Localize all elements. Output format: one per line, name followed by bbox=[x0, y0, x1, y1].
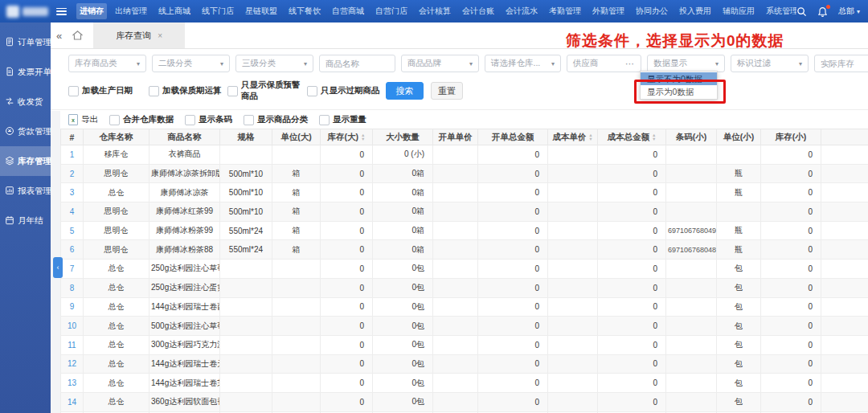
table-cell: 包 bbox=[717, 354, 761, 374]
toolbar-checkbox-1[interactable]: 合并仓库数据 bbox=[109, 114, 174, 125]
tab-inventory-query[interactable]: 库存查询 × bbox=[93, 22, 185, 48]
search-icon[interactable] bbox=[796, 6, 807, 17]
nav-item-10[interactable]: 会计台账 bbox=[459, 3, 497, 19]
filter-checkbox-2[interactable]: 加载保质期运算 bbox=[149, 85, 227, 96]
dropdown-option-2[interactable]: 显示为0数据 bbox=[641, 85, 717, 98]
table-row[interactable]: 5思明仓康师傅冰粉茶99550ml*24箱00箱006971067680499瓶… bbox=[61, 221, 868, 240]
column-header[interactable]: 成本总金额▲▼ bbox=[598, 129, 666, 145]
filter-data-display-select[interactable]: 数据显示▾ bbox=[647, 55, 725, 72]
nav-item-16[interactable]: 辅助应用 bbox=[719, 3, 758, 19]
collapse-tabs-icon[interactable]: « bbox=[56, 30, 62, 42]
table-cell: 0 bbox=[598, 317, 666, 336]
filter-warehouse-select[interactable]: 请选择仓库...▾ bbox=[485, 55, 561, 72]
table-cell: 思明仓 bbox=[84, 221, 149, 240]
chevron-down-icon: ▾ bbox=[220, 60, 223, 67]
order-icon bbox=[5, 37, 14, 48]
nav-item-17[interactable]: 系统管理 bbox=[763, 3, 796, 19]
table-cell bbox=[433, 335, 478, 354]
column-header[interactable]: 库存(大)▲▼ bbox=[321, 129, 373, 145]
home-icon[interactable] bbox=[72, 30, 84, 41]
sort-icon[interactable]: ▲▼ bbox=[588, 133, 592, 141]
nav-item-14[interactable]: 协同办公 bbox=[633, 3, 671, 19]
table-cell bbox=[666, 278, 717, 297]
nav-item-4[interactable]: 线下门店 bbox=[199, 3, 237, 19]
table-cell bbox=[272, 145, 321, 165]
table-row[interactable]: 12总仓144g达利园瑞士卷元气…00包00包0 bbox=[61, 354, 868, 374]
table-row[interactable]: 1移库仓衣裤商品00 (小)000 bbox=[61, 145, 868, 165]
nav-item-12[interactable]: 考勤管理 bbox=[546, 3, 584, 19]
filter-supplier-select[interactable]: 供应商⋯ bbox=[567, 55, 641, 72]
filter-brand-select[interactable]: 商品品牌▾ bbox=[401, 55, 479, 72]
table-cell: 500ml*10 bbox=[220, 183, 272, 202]
nav-item-8[interactable]: 自营门店 bbox=[372, 3, 411, 19]
table-cell bbox=[548, 317, 598, 336]
toolbar-checkbox-2[interactable]: 显示条码 bbox=[185, 114, 232, 125]
org-selector[interactable]: 总部 ▾ bbox=[838, 6, 860, 17]
table-row[interactable]: 6思明仓康师傅冰粉茶88550ml*24箱00箱006971067680488瓶… bbox=[61, 240, 868, 260]
table-row[interactable]: 8总仓250g达利园注心蛋黄派00包00包0 bbox=[61, 278, 868, 297]
table-cell bbox=[272, 354, 321, 374]
table-cell bbox=[821, 145, 868, 165]
export-button[interactable]: x 导出 bbox=[68, 114, 98, 125]
table-cell: 0 bbox=[761, 202, 821, 222]
nav-item-15[interactable]: 投入费用 bbox=[676, 3, 714, 19]
toolbar-checkbox-4[interactable]: 显示重量 bbox=[319, 114, 366, 125]
table-row[interactable]: 3总仓康师傅冰凉茶500ml*10箱00箱00瓶0 bbox=[61, 183, 868, 202]
dropdown-option-1[interactable]: 显示不为0数据 bbox=[641, 72, 717, 85]
table-row[interactable]: 7总仓250g达利园注心草莓派00包00包0 bbox=[61, 260, 868, 279]
nav-item-13[interactable]: 外勤管理 bbox=[589, 3, 628, 19]
filter-category-select[interactable]: 库存商品类▾ bbox=[68, 55, 146, 72]
table-cell bbox=[548, 221, 598, 240]
table-cell: 包 bbox=[717, 260, 761, 279]
filter-row-1: 库存商品类▾二级分类▾三级分类▾商品品牌▾请选择仓库...▾供应商⋯数据显示▾标… bbox=[68, 55, 868, 72]
table-cell bbox=[666, 297, 717, 317]
tab-close-icon[interactable]: × bbox=[158, 31, 162, 40]
nav-item-5[interactable]: 星链联盟 bbox=[242, 3, 280, 19]
filter-subcategory-3-select[interactable]: 三级分类▾ bbox=[235, 55, 313, 72]
nav-item-7[interactable]: 自营商城 bbox=[329, 3, 367, 19]
toolbar-checkbox-3[interactable]: 显示商品分类 bbox=[244, 114, 308, 125]
sidebar-item-6[interactable]: 报表管理 bbox=[0, 176, 51, 206]
sidebar-item-2[interactable]: 发票开单 bbox=[0, 57, 51, 87]
menu-toggle-icon[interactable] bbox=[56, 8, 67, 15]
nav-item-3[interactable]: 线上商城 bbox=[155, 3, 194, 19]
table-row[interactable]: 11总仓300g达利园巧克力派00包00包0 bbox=[61, 335, 868, 354]
sidebar-item-4[interactable]: 货款管理 bbox=[0, 117, 51, 146]
sidebar-item-7[interactable]: 月年结 bbox=[0, 206, 51, 235]
table-row[interactable]: 9总仓144g达利园瑞士卷西柚…00包00包0 bbox=[61, 297, 868, 317]
column-header[interactable]: 成本单价▲▼ bbox=[548, 129, 598, 145]
filter-product-name-input[interactable] bbox=[319, 55, 395, 72]
table-row[interactable]: 14总仓360g达利园软面包香橙味00包00包0 bbox=[61, 392, 868, 411]
sort-icon[interactable]: ▲▼ bbox=[361, 133, 365, 141]
sort-icon[interactable]: ▲▼ bbox=[652, 133, 656, 141]
chevron-down-icon: ▾ bbox=[137, 60, 140, 67]
table-row[interactable]: 2思明仓康师傅冰凉茶拆卸版500ml*10箱00箱00瓶0 bbox=[61, 164, 868, 183]
nav-item-9[interactable]: 会计核算 bbox=[416, 3, 454, 19]
table-row[interactable]: 13总仓144g达利园瑞士卷芝士…00包00包0 bbox=[61, 374, 868, 393]
filter-checkbox-3[interactable]: 只显示保质预警商品 bbox=[227, 80, 307, 102]
nav-item-6[interactable]: 线下餐饮 bbox=[285, 3, 324, 19]
checkbox-label: 只显示保质预警商品 bbox=[241, 80, 307, 102]
sidebar-item-5[interactable]: 库存管理 bbox=[0, 146, 51, 176]
nav-item-11[interactable]: 会计流水 bbox=[502, 3, 541, 19]
filter-checkbox-1[interactable]: 加载生产日期 bbox=[68, 85, 149, 96]
filter-actual-stock-input[interactable] bbox=[814, 55, 868, 72]
nav-item-2[interactable]: 出纳管理 bbox=[112, 3, 150, 19]
reset-button[interactable]: 重置 bbox=[431, 82, 463, 100]
search-button[interactable]: 搜索 bbox=[386, 82, 424, 100]
nav-item-1[interactable]: 进销存 bbox=[76, 3, 107, 19]
filter-subcategory-2-select[interactable]: 二级分类▾ bbox=[152, 55, 230, 72]
table-cell: 0 bbox=[761, 164, 821, 183]
filter-tag-filter-select[interactable]: 标识过滤▾ bbox=[731, 55, 809, 72]
table-cell: 0 bbox=[761, 183, 821, 202]
sidebar-item-3[interactable]: 收发货 bbox=[0, 87, 51, 117]
filter-checkbox-4[interactable]: 只显示过期商品 bbox=[307, 85, 386, 96]
table-cell: 总仓 bbox=[84, 354, 149, 374]
table-row[interactable]: 10总仓500g达利园注心草莓派00包00包0 bbox=[61, 317, 868, 336]
table-row[interactable]: 4思明仓康师傅冰红茶99500ml*10箱00箱000 bbox=[61, 202, 868, 222]
sidebar-collapse-handle[interactable]: ‹ bbox=[53, 257, 63, 278]
sidebar-item-1[interactable]: 订单管理 bbox=[0, 27, 51, 57]
table-cell: 箱 bbox=[272, 183, 321, 202]
top-nav-right: 总部 ▾ bbox=[796, 6, 862, 17]
notification-bell-icon[interactable] bbox=[817, 6, 828, 17]
